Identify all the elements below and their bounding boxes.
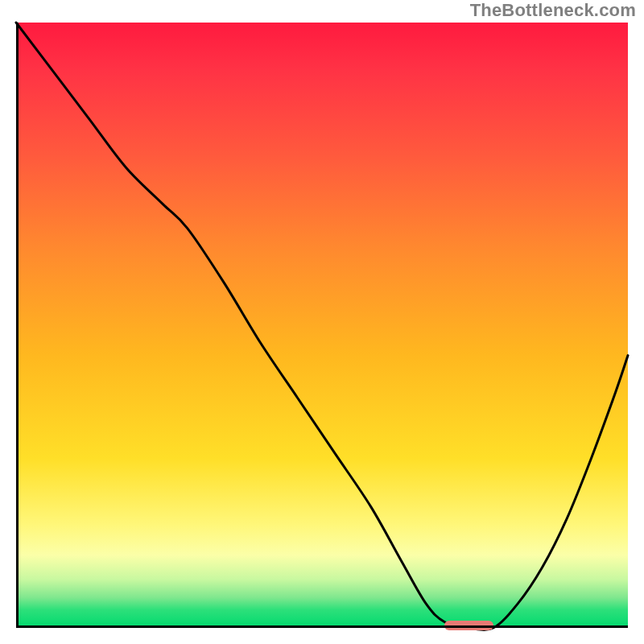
- chart-container: TheBottleneck.com: [0, 0, 644, 644]
- optimal-marker: [444, 621, 493, 630]
- plot-area: [16, 23, 628, 628]
- bottleneck-curve: [16, 23, 628, 630]
- curve-svg: [16, 23, 628, 628]
- watermark-text: TheBottleneck.com: [470, 0, 636, 21]
